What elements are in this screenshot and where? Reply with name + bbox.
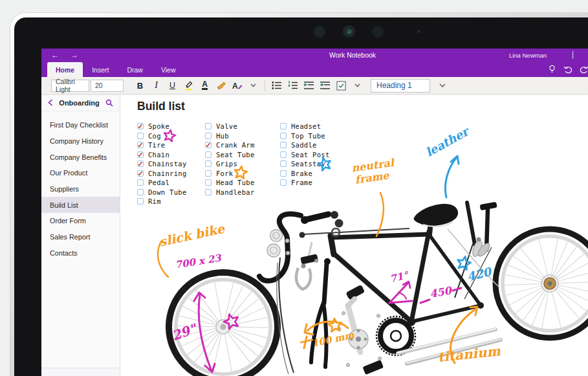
tab-draw[interactable]: Draw xyxy=(118,62,152,77)
back-icon[interactable]: ← xyxy=(50,50,60,60)
sidebar-item-contacts[interactable]: Contacts xyxy=(41,245,120,261)
todo-tag-button[interactable] xyxy=(333,78,349,93)
forward-icon[interactable]: → xyxy=(69,50,80,60)
sidebar-item-build-list[interactable]: Build List xyxy=(41,197,120,213)
sidebar-item-company-benefits[interactable]: Company Benefits xyxy=(41,149,120,165)
camera-lens xyxy=(343,25,355,38)
page-canvas[interactable]: Build list ✓Spoke Cog ✓Tire ✓Chain ✓Chai… xyxy=(120,94,588,376)
annotation-material: titanium xyxy=(437,343,502,365)
onenote-window: ← → Work Notebook Lina Newman | Home Ins… xyxy=(41,49,588,376)
bike-parts-photo: neutral frame leather slick bike 700 x 2… xyxy=(120,94,588,376)
annotation-fork-width: 100 mm xyxy=(311,329,356,348)
annotation-top-tube-length: 450 xyxy=(429,284,453,300)
highlighter-button[interactable] xyxy=(180,78,197,93)
titlebar-separator: | xyxy=(572,50,574,59)
saddle xyxy=(414,204,459,227)
annotation-seatstay-length: 420 xyxy=(466,264,494,283)
section-title[interactable]: Onboarding xyxy=(53,99,105,107)
star-doodle-420 xyxy=(456,255,472,270)
chevron-down-icon[interactable] xyxy=(245,78,261,93)
star-doodle-seatstay xyxy=(317,157,332,171)
format-painter-button[interactable] xyxy=(213,78,229,93)
pedal xyxy=(362,360,384,375)
tab-insert[interactable]: Insert xyxy=(83,62,118,77)
title-bar: ← → Work Notebook Lina Newman | xyxy=(41,49,588,62)
sidebar-item-our-product[interactable]: Our Product xyxy=(41,165,120,181)
sidebar-header: Onboarding xyxy=(41,94,120,111)
sidebar-footer xyxy=(41,368,120,376)
font-color-button[interactable]: A xyxy=(197,78,213,93)
handlebar xyxy=(259,214,301,281)
brake-lever xyxy=(300,242,318,265)
svg-text:A: A xyxy=(232,82,238,91)
increase-indent-button[interactable] xyxy=(317,78,333,93)
sidebar-item-sales-report[interactable]: Sales Report xyxy=(41,229,120,245)
tab-home[interactable]: Home xyxy=(47,62,83,77)
screenshot: ← → Work Notebook Lina Newman | Home Ins… xyxy=(0,0,588,376)
search-icon[interactable] xyxy=(105,99,113,107)
rear-wheel xyxy=(495,229,588,338)
sidebar-item-order-form[interactable]: Order Form xyxy=(41,213,120,229)
page-list: First Day Checklist Company History Comp… xyxy=(41,111,120,261)
bullet-list-button[interactable] xyxy=(268,78,285,93)
ribbon-tabs: Home Insert Draw View xyxy=(41,62,588,77)
sidebar-item-suppliers[interactable]: Suppliers xyxy=(41,181,120,197)
chevron-left-icon[interactable] xyxy=(48,99,53,106)
redo-icon[interactable] xyxy=(579,64,588,74)
undo-icon[interactable] xyxy=(563,64,573,74)
numbered-list-button[interactable] xyxy=(285,78,301,93)
sidebar-item-first-day-checklist[interactable]: First Day Checklist xyxy=(41,117,120,133)
font-name-select[interactable]: Calibri Light xyxy=(51,80,89,92)
page-list-sidebar: Onboarding First Day Checklist Company H… xyxy=(41,94,120,376)
toolbar-divider xyxy=(265,80,265,91)
tell-me-lightbulb-icon[interactable] xyxy=(547,64,557,74)
star-doodle-cog xyxy=(163,129,177,142)
font-size-select[interactable]: 20 xyxy=(91,80,124,92)
underline-button[interactable]: U xyxy=(164,78,180,93)
tab-view[interactable]: View xyxy=(152,62,185,77)
led-dot xyxy=(417,30,420,33)
style-selector[interactable]: Heading 1 xyxy=(371,79,430,93)
front-brake-caliper xyxy=(296,264,310,290)
sensor-dot xyxy=(372,26,384,38)
decrease-indent-button[interactable] xyxy=(301,78,317,93)
stem xyxy=(301,214,329,224)
chevron-down-icon[interactable] xyxy=(434,78,450,93)
sidebar-item-company-history[interactable]: Company History xyxy=(41,133,120,149)
annotation-slick-bike: slick bike xyxy=(158,221,226,249)
bold-button[interactable]: B xyxy=(132,78,148,93)
star-doodle-fork xyxy=(234,166,248,179)
formatting-toolbar: Calibri Light 20 B I U A A xyxy=(41,77,588,94)
fork xyxy=(309,258,331,369)
account-name[interactable]: Lina Newman xyxy=(509,52,547,59)
annotation-leather: leather xyxy=(423,124,472,159)
italic-button[interactable]: I xyxy=(148,78,164,93)
notebook-title: Work Notebook xyxy=(329,51,376,59)
sensor-dot xyxy=(314,26,325,38)
star-doodle-fork-photo xyxy=(328,318,342,332)
styles-pen-button[interactable]: A xyxy=(229,78,245,93)
crank-arm xyxy=(348,299,368,352)
chevron-down-icon[interactable] xyxy=(349,78,365,93)
annotation-tire-size: 700 x 23 xyxy=(174,252,223,271)
